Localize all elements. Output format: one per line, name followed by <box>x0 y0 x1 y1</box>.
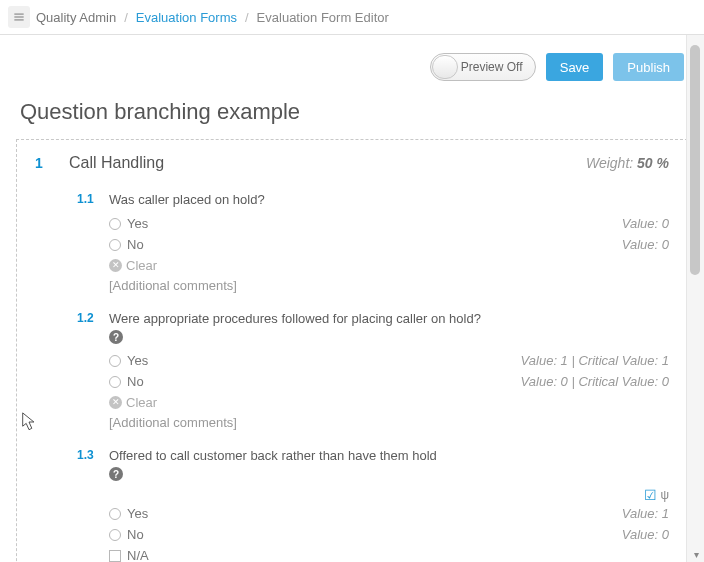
preview-toggle[interactable]: Preview Off <box>430 53 536 81</box>
question-header: 1.1Was caller placed on hold? <box>77 192 669 207</box>
radio-icon[interactable] <box>109 239 121 251</box>
question: 1.1Was caller placed on hold?YesValue: 0… <box>77 192 669 293</box>
question: 1.3Offered to call customer back rather … <box>77 448 669 562</box>
question-header: 1.2Were appropriate procedures followed … <box>77 311 669 326</box>
clear-icon <box>109 259 122 272</box>
check-icon: ☑ <box>644 487 657 503</box>
answer-option[interactable]: NoValue: 0 <box>109 234 669 255</box>
clear-label: Clear <box>126 258 157 273</box>
option-left: No <box>109 527 144 542</box>
option-label: Yes <box>127 353 148 368</box>
option-value: Value: 1 <box>622 506 669 521</box>
option-value: Value: 0 <box>622 527 669 542</box>
toggle-knob-icon <box>432 55 458 79</box>
clear-button[interactable]: Clear <box>109 255 669 276</box>
question: 1.2Were appropriate procedures followed … <box>77 311 669 430</box>
option-value: Value: 1 | Critical Value: 1 <box>521 353 669 368</box>
option-label: No <box>127 527 144 542</box>
option-label: Yes <box>127 506 148 521</box>
help-icon[interactable]: ? <box>109 467 123 481</box>
option-left: No <box>109 237 144 252</box>
option-value: Value: 0 <box>622 237 669 252</box>
option-label: No <box>127 237 144 252</box>
scrollbar-down-icon[interactable]: ▾ <box>687 546 704 562</box>
radio-icon[interactable] <box>109 508 121 520</box>
menu-icon[interactable] <box>8 6 30 28</box>
option-left: No <box>109 374 144 389</box>
branch-flag-text: ψ <box>660 488 669 502</box>
checkbox-icon[interactable] <box>109 550 121 562</box>
question-number: 1.2 <box>77 311 99 325</box>
weight-value: 50 % <box>637 155 669 171</box>
clear-label: Clear <box>126 395 157 410</box>
question-body: YesValue: 1 | Critical Value: 1NoValue: … <box>109 350 669 430</box>
option-left: Yes <box>109 353 148 368</box>
option-left: N/A <box>109 548 149 562</box>
section-header: 1 Call Handling Weight: 50 % <box>35 154 669 172</box>
breadcrumb-sep: / <box>122 10 130 25</box>
option-label: No <box>127 374 144 389</box>
clear-button[interactable]: Clear <box>109 392 669 413</box>
branch-flag[interactable]: ☑ψ <box>109 487 669 503</box>
option-value: Value: 0 | Critical Value: 0 <box>521 374 669 389</box>
publish-button[interactable]: Publish <box>613 53 684 81</box>
top-bar: Quality Admin / Evaluation Forms / Evalu… <box>0 0 704 35</box>
answer-option[interactable]: NoValue: 0 | Critical Value: 0 <box>109 371 669 392</box>
question-number: 1.1 <box>77 192 99 206</box>
additional-comments[interactable]: [Additional comments] <box>109 276 669 293</box>
section-card: 1 Call Handling Weight: 50 % 1.1Was call… <box>16 139 688 562</box>
question-number: 1.3 <box>77 448 99 462</box>
answer-option[interactable]: YesValue: 1 | Critical Value: 1 <box>109 350 669 371</box>
option-value: Value: 0 <box>622 216 669 231</box>
weight-label: Weight: <box>586 155 633 171</box>
radio-icon[interactable] <box>109 529 121 541</box>
scrollbar-thumb[interactable] <box>690 45 700 275</box>
radio-icon[interactable] <box>109 355 121 367</box>
section-weight: Weight: 50 % <box>586 155 669 171</box>
additional-comments[interactable]: [Additional comments] <box>109 413 669 430</box>
answer-option[interactable]: N/A <box>109 545 669 562</box>
option-label: Yes <box>127 216 148 231</box>
question-text: Were appropriate procedures followed for… <box>109 311 481 326</box>
question-text: Offered to call customer back rather tha… <box>109 448 437 463</box>
breadcrumb-sep: / <box>243 10 251 25</box>
option-label: N/A <box>127 548 149 562</box>
scrollbar[interactable]: ▾ <box>686 35 704 562</box>
answer-option[interactable]: YesValue: 0 <box>109 213 669 234</box>
question-body: YesValue: 0NoValue: 0Clear[Additional co… <box>109 213 669 293</box>
clear-icon <box>109 396 122 409</box>
answer-option[interactable]: YesValue: 1 <box>109 503 669 524</box>
section-title: Call Handling <box>69 154 568 172</box>
preview-toggle-label: Preview Off <box>461 60 523 74</box>
page-title: Question branching example <box>0 81 704 139</box>
option-left: Yes <box>109 216 148 231</box>
toolbar: Preview Off Save Publish <box>0 35 704 81</box>
answer-option[interactable]: NoValue: 0 <box>109 524 669 545</box>
help-icon[interactable]: ? <box>109 330 123 344</box>
section-number: 1 <box>35 155 51 171</box>
question-text: Was caller placed on hold? <box>109 192 265 207</box>
breadcrumb-root: Quality Admin <box>36 10 116 25</box>
breadcrumb-current: Evaluation Form Editor <box>257 10 389 25</box>
radio-icon[interactable] <box>109 376 121 388</box>
radio-icon[interactable] <box>109 218 121 230</box>
option-left: Yes <box>109 506 148 521</box>
save-button[interactable]: Save <box>546 53 604 81</box>
breadcrumb-link[interactable]: Evaluation Forms <box>136 10 237 25</box>
question-header: 1.3Offered to call customer back rather … <box>77 448 669 463</box>
question-body: ☑ψYesValue: 1NoValue: 0N/AClear <box>109 487 669 562</box>
